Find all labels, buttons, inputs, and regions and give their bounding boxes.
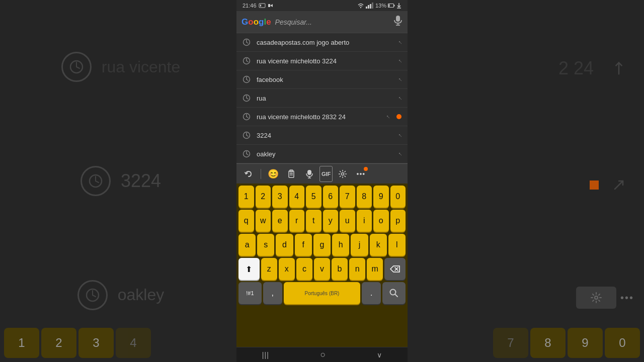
key-w[interactable]: w — [256, 210, 271, 232]
suggestion-text-1: casadeapostas.com jogo aberto — [257, 39, 392, 46]
key-s[interactable]: s — [257, 234, 274, 256]
bg-right-item-1: 2 24 — [413, 53, 634, 83]
key-x[interactable]: x — [279, 258, 295, 280]
nav-home-btn[interactable]: ○ — [320, 349, 326, 360]
key-t[interactable]: t — [306, 210, 321, 232]
key-8[interactable]: 8 — [357, 186, 372, 208]
key-c[interactable]: c — [296, 258, 312, 280]
toolbar-clipboard-btn[interactable] — [283, 166, 299, 182]
key-a[interactable]: a — [238, 234, 256, 256]
key-g[interactable]: g — [313, 234, 331, 256]
key-f[interactable]: f — [295, 234, 312, 256]
suggestion-item-2[interactable]: rua vicente michelotto 3224 ↑ — [236, 52, 408, 70]
suggestion-item-4[interactable]: rua ↑ — [236, 89, 408, 108]
svg-point-15 — [595, 296, 598, 299]
svg-line-38 — [247, 61, 248, 62]
suggestion-item-7[interactable]: oakley ↑ — [236, 145, 408, 163]
key-y[interactable]: y — [323, 210, 339, 232]
toolbar-emoji-btn[interactable]: 😊 — [265, 166, 281, 182]
suggestion-arrow-6: ↑ — [396, 132, 404, 139]
suggestion-item-3[interactable]: facebook ↑ — [236, 70, 408, 89]
key-3[interactable]: 3 — [272, 186, 288, 208]
suggestion-arrow-3: ↑ — [396, 76, 404, 83]
key-o[interactable]: o — [373, 210, 389, 232]
key-symbol[interactable]: !#1 — [238, 282, 262, 304]
key-r[interactable]: r — [289, 210, 305, 232]
key-backspace[interactable] — [384, 258, 406, 280]
key-9[interactable]: 9 — [373, 186, 389, 208]
key-v[interactable]: v — [314, 258, 330, 280]
toolbar-dot — [364, 167, 368, 171]
svg-line-35 — [247, 42, 248, 43]
search-bar[interactable]: Google Pesquisar... — [236, 11, 408, 33]
svg-rect-16 — [259, 4, 265, 8]
toolbar-settings-btn[interactable] — [335, 166, 351, 182]
key-1[interactable]: 1 — [238, 186, 254, 208]
suggestion-item-1[interactable]: casadeapostas.com jogo aberto ↑ — [236, 33, 408, 52]
suggestion-text-4: rua — [257, 95, 392, 102]
key-z[interactable]: z — [261, 258, 277, 280]
svg-rect-18 — [268, 4, 270, 7]
key-7[interactable]: 7 — [340, 186, 355, 208]
bg-arrow-icon-1 — [598, 47, 640, 90]
key-period[interactable]: . — [362, 282, 381, 304]
toolbar-mic-btn[interactable] — [301, 166, 317, 182]
suggestions-list: casadeapostas.com jogo aberto ↑ rua vice… — [236, 33, 408, 163]
key-e[interactable]: e — [272, 210, 288, 232]
key-4[interactable]: 4 — [289, 186, 305, 208]
bg-numrow-left: 1 2 3 4 — [0, 324, 242, 362]
toolbar-more-btn[interactable]: ••• — [353, 166, 369, 182]
status-time: 21:46 — [243, 3, 257, 9]
mic-icon[interactable] — [393, 15, 403, 29]
nav-recent-btn[interactable]: ∨ — [377, 351, 382, 359]
bg-num-3: 3 — [78, 328, 114, 358]
svg-rect-23 — [370, 4, 371, 9]
suggestion-clock-5 — [243, 113, 251, 121]
key-u[interactable]: u — [340, 210, 355, 232]
suggestion-clock-7 — [243, 150, 251, 158]
key-h[interactable]: h — [332, 234, 349, 256]
key-n[interactable]: n — [349, 258, 365, 280]
status-wifi-icon — [357, 3, 364, 9]
toolbar-gif-btn[interactable]: GIF — [319, 166, 333, 182]
suggestion-text-7: oakley — [257, 150, 392, 158]
key-m[interactable]: m — [367, 258, 383, 280]
background-left: rua vicente 3224 oakley 1 2 3 4 — [0, 0, 242, 362]
suggestion-item-5[interactable]: rua vicente michelotto 2832 24 ↑ — [236, 108, 408, 126]
key-k[interactable]: k — [370, 234, 387, 256]
key-comma[interactable]: , — [263, 282, 282, 304]
key-search[interactable] — [382, 282, 406, 304]
bg-arrow-icon-2 — [604, 170, 634, 200]
bg-num-0: 0 — [605, 328, 640, 358]
key-q[interactable]: q — [238, 210, 254, 232]
key-d[interactable]: d — [276, 234, 293, 256]
status-right: 13% — [357, 3, 401, 9]
svg-line-5 — [96, 181, 99, 183]
nav-bar: ||| ○ ∨ — [236, 347, 408, 362]
svg-line-2 — [76, 67, 79, 68]
svg-line-65 — [395, 294, 397, 297]
key-j[interactable]: j — [351, 234, 368, 256]
toolbar-undo-btn[interactable] — [240, 166, 257, 182]
key-2[interactable]: 2 — [256, 186, 271, 208]
key-space[interactable]: Português (BR) — [284, 282, 360, 304]
key-shift[interactable]: ⬆ — [238, 258, 260, 280]
svg-point-61 — [342, 172, 344, 175]
svg-rect-21 — [366, 7, 367, 9]
key-6[interactable]: 6 — [323, 186, 339, 208]
key-b[interactable]: b — [332, 258, 348, 280]
svg-rect-27 — [389, 5, 390, 7]
suggestion-clock-3 — [243, 75, 251, 83]
nav-back-btn[interactable]: ||| — [262, 351, 269, 359]
search-input[interactable]: Pesquisar... — [275, 18, 389, 26]
key-5[interactable]: 5 — [306, 186, 321, 208]
status-media-icon — [268, 3, 274, 8]
orange-dot-bg — [590, 180, 599, 190]
key-i[interactable]: i — [357, 210, 372, 232]
bg-clock-icon-2 — [80, 166, 111, 196]
svg-rect-17 — [260, 5, 261, 7]
key-l[interactable]: l — [388, 234, 406, 256]
key-0[interactable]: 0 — [390, 186, 406, 208]
suggestion-item-6[interactable]: 3224 ↑ — [236, 126, 408, 145]
key-p[interactable]: p — [390, 210, 406, 232]
